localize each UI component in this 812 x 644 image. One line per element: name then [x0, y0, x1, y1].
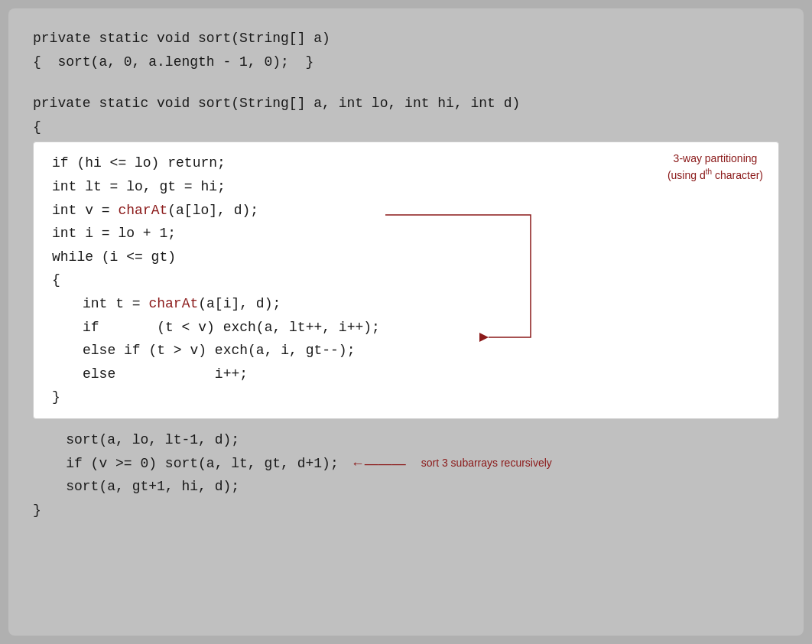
bottom-line-3: sort(a, gt+1, hi, d);: [33, 475, 779, 499]
code-line-4: private static void sort(String[] a, int…: [33, 92, 779, 115]
inner-nested-block: int t = charAt(a[i], d); if (t < v) exch…: [52, 292, 760, 385]
code-line-2: { sort(a, 0, a.length - 1, 0); }: [33, 50, 779, 74]
bottom-arrow-symbol: ←———: [351, 452, 406, 476]
inner2-line-1: int t = charAt(a[i], d);: [83, 292, 760, 316]
inner2-line4-text: else i++;: [83, 363, 248, 386]
bottom-line-1: sort(a, lo, lt-1, d);: [33, 428, 779, 452]
bottom-close-brace-text: }: [33, 499, 41, 522]
inner-line-4: int i = lo + 1;: [52, 222, 760, 246]
line5-text: {: [33, 115, 41, 139]
code-line-1: private static void sort(String[] a): [33, 27, 779, 50]
bottom-line2-text: if (v >= 0) sort(a, lt, gt, d+1);: [66, 452, 338, 476]
inner2-line-4: else i++;: [83, 363, 760, 386]
bottom-line-2: if (v >= 0) sort(a, lt, gt, d+1); ←——— s…: [33, 452, 779, 476]
inner2-line1-pre: int t =: [83, 292, 148, 316]
inner-line4-text: int i = lo + 1;: [52, 222, 176, 246]
inner-close-brace-text: }: [52, 385, 60, 409]
bottom-arrow-label: sort 3 subarrays recursively: [421, 454, 552, 473]
annotation-top-right: 3-way partitioning (using dth character): [667, 151, 763, 183]
inner-line2-text: int lt = lo, gt = hi;: [52, 175, 226, 199]
bottom-line1-indent: [33, 428, 66, 452]
highlight-box: 3-way partitioning (using dth character)…: [33, 141, 779, 419]
annotation-line2-pre: (using d: [667, 169, 706, 181]
inner-line-6: {: [52, 268, 760, 292]
inner2-line-2: if (t < v) exch(a, lt++, i++);: [83, 316, 760, 340]
inner2-line3-text: else if (t > v) exch(a, i, gt--);: [83, 339, 355, 363]
inner-line6-brace: {: [52, 268, 60, 292]
inner2-line1-post: (a[i], d);: [198, 292, 281, 316]
annotation-line2-end: character): [712, 169, 763, 181]
code-line-5: {: [33, 115, 779, 139]
inner-line-2: int lt = lo, gt = hi;: [52, 175, 760, 199]
bottom-line3-indent: [33, 475, 66, 499]
inner2-line2-text: if (t < v) exch(a, lt++, i++);: [83, 316, 380, 340]
bottom-line3-text: sort(a, gt+1, hi, d);: [66, 475, 239, 499]
bottom-line1-text: sort(a, lo, lt-1, d);: [66, 428, 239, 452]
outer-code-bottom: sort(a, lo, lt-1, d); if (v >= 0) sort(a…: [33, 422, 779, 522]
inner-line5-text: while (i <= gt): [52, 246, 176, 269]
inner2-line1-red: charAt: [148, 292, 198, 316]
inner-line1-text: if (hi <= lo) return;: [52, 151, 226, 175]
inner-line3-pre: int v =: [52, 199, 118, 223]
inner-line-1: if (hi <= lo) return;: [52, 151, 760, 175]
main-container: private static void sort(String[] a) { s…: [8, 8, 804, 636]
inner-line3-red: charAt: [118, 199, 167, 223]
line1-text: private static void sort(String[] a): [33, 27, 330, 50]
annotation-sup: th: [706, 168, 712, 176]
inner-code: if (hi <= lo) return; int lt = lo, gt = …: [52, 151, 760, 409]
inner2-line-3: else if (t > v) exch(a, i, gt--);: [83, 339, 760, 363]
inner-line-5: while (i <= gt): [52, 246, 760, 269]
annotation-line2: (using dth character): [667, 167, 763, 183]
inner-line3-post: (a[lo], d);: [167, 199, 258, 223]
annotation-line1: 3-way partitioning: [667, 151, 763, 167]
code-blank-line: [33, 73, 779, 92]
inner-close-brace: }: [52, 385, 760, 409]
bottom-line2-indent: [33, 452, 66, 476]
line4-text: private static void sort(String[] a, int…: [33, 92, 520, 115]
line2-text: { sort(a, 0, a.length - 1, 0); }: [33, 50, 313, 74]
inner-line-3: int v = charAt(a[lo], d);: [52, 199, 760, 223]
bottom-line-blank: [33, 422, 779, 428]
outer-code-top: private static void sort(String[] a) { s…: [33, 27, 779, 138]
bottom-close-brace: }: [33, 499, 779, 522]
